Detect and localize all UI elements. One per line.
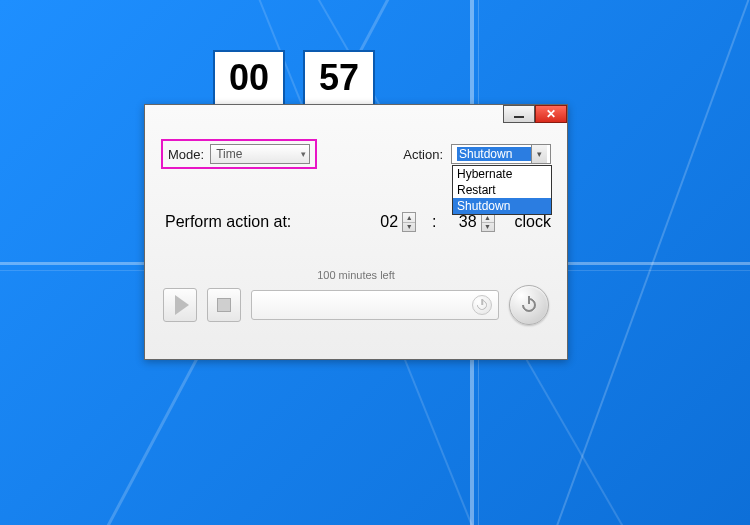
action-value: Shutdown xyxy=(457,147,531,161)
chevron-down-icon: ▾ xyxy=(301,149,306,159)
action-dropdown-list: Hybernate Restart Shutdown xyxy=(452,165,552,215)
spinner-arrows[interactable]: ▲ ▼ xyxy=(402,212,416,232)
arrow-down-icon[interactable]: ▼ xyxy=(482,223,494,232)
titlebar: ✕ xyxy=(145,105,567,127)
clock-minutes: 57 xyxy=(303,50,375,106)
minimize-button[interactable] xyxy=(503,105,535,123)
action-option[interactable]: Hybernate xyxy=(453,166,551,182)
play-icon xyxy=(175,295,189,315)
time-unit: clock xyxy=(515,213,551,231)
play-button[interactable] xyxy=(163,288,197,322)
close-button[interactable]: ✕ xyxy=(535,105,567,123)
arrow-up-icon[interactable]: ▲ xyxy=(403,213,415,223)
stop-icon xyxy=(217,298,231,312)
power-icon xyxy=(477,300,487,310)
action-dropdown[interactable]: Shutdown ▾ Hybernate Restart Shutdown xyxy=(451,144,551,164)
status-text: 100 minutes left xyxy=(161,269,551,281)
arrow-down-icon[interactable]: ▼ xyxy=(403,223,415,232)
clock-hours: 00 xyxy=(213,50,285,106)
mode-value: Time xyxy=(216,147,242,161)
hour-value: 02 xyxy=(374,213,402,231)
perform-label: Perform action at: xyxy=(165,213,291,231)
spinner-arrows[interactable]: ▲ ▼ xyxy=(481,212,495,232)
stop-button[interactable] xyxy=(207,288,241,322)
mode-dropdown[interactable]: Time ▾ xyxy=(210,144,310,164)
action-option[interactable]: Restart xyxy=(453,182,551,198)
mode-label: Mode: xyxy=(168,147,204,162)
time-colon: : xyxy=(426,213,442,231)
minute-value: 38 xyxy=(453,213,481,231)
power-indicator xyxy=(472,295,492,315)
action-option[interactable]: Shutdown xyxy=(453,198,551,214)
progress-box xyxy=(251,290,499,320)
mode-group-highlight: Mode: Time ▾ xyxy=(161,139,317,169)
power-button[interactable] xyxy=(509,285,549,325)
hour-spinner[interactable]: 02 ▲ ▼ xyxy=(374,211,416,233)
action-label: Action: xyxy=(403,147,443,162)
chevron-down-icon: ▾ xyxy=(531,145,547,163)
power-icon xyxy=(522,298,536,312)
app-window: ✕ Mode: Time ▾ Action: Shutdown ▾ Hybern… xyxy=(144,104,568,360)
